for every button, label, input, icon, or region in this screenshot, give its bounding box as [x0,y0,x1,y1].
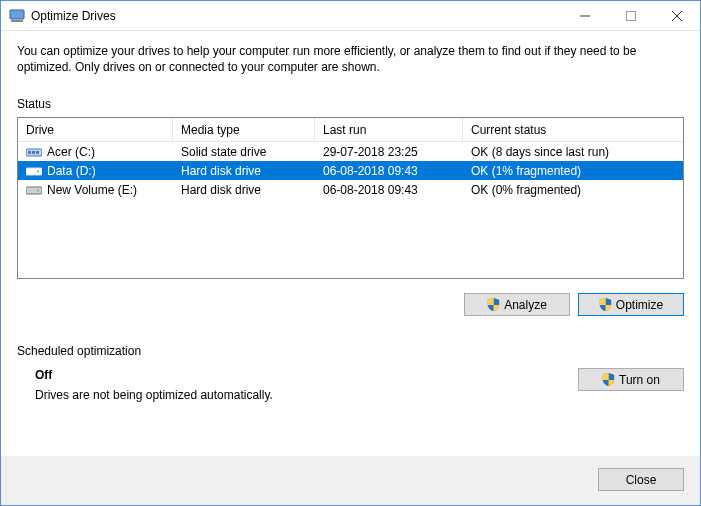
status-label: Status [17,97,684,111]
table-row[interactable]: New Volume (E:)Hard disk drive06-08-2018… [18,180,683,199]
svg-rect-8 [32,151,35,154]
drive-name: Acer (C:) [47,145,95,159]
svg-rect-3 [627,11,636,20]
last-run: 06-08-2018 09:43 [315,161,463,180]
close-label: Close [626,473,657,487]
minimize-button[interactable] [562,1,608,30]
app-icon [9,8,25,24]
close-button[interactable]: Close [598,468,684,491]
drive-name: New Volume (E:) [47,183,137,197]
media-type: Solid state drive [173,142,315,161]
svg-rect-1 [11,20,23,22]
turn-on-button[interactable]: Turn on [578,368,684,391]
optimize-label: Optimize [616,298,663,312]
maximize-button[interactable] [608,1,654,30]
last-run: 06-08-2018 09:43 [315,180,463,199]
close-window-button[interactable] [654,1,700,30]
table-row[interactable]: Acer (C:)Solid state drive29-07-2018 23:… [18,142,683,161]
svg-rect-7 [28,151,31,154]
current-status: OK (8 days since last run) [463,142,683,161]
drive-icon [26,146,42,158]
turn-on-label: Turn on [619,373,660,387]
col-status[interactable]: Current status [463,118,683,142]
svg-rect-12 [26,187,42,194]
svg-point-13 [37,189,39,191]
media-type: Hard disk drive [173,180,315,199]
drive-name: Data (D:) [47,164,96,178]
col-drive[interactable]: Drive [18,118,173,142]
media-type: Hard disk drive [173,161,315,180]
shield-icon [599,298,612,311]
table-row[interactable]: Data (D:)Hard disk drive06-08-2018 09:43… [18,161,683,180]
analyze-label: Analyze [504,298,547,312]
sched-label: Scheduled optimization [17,344,684,358]
window-controls [562,1,700,30]
titlebar: Optimize Drives [1,1,700,31]
col-last[interactable]: Last run [315,118,463,142]
svg-point-11 [37,170,39,172]
current-status: OK (0% fragmented) [463,180,683,199]
sched-desc: Drives are not being optimized automatic… [35,388,578,402]
drives-table[interactable]: Drive Media type Last run Current status… [17,117,684,279]
current-status: OK (1% fragmented) [463,161,683,180]
window-title: Optimize Drives [31,9,116,23]
svg-rect-9 [36,151,39,154]
analyze-button[interactable]: Analyze [464,293,570,316]
optimize-button[interactable]: Optimize [578,293,684,316]
svg-rect-0 [10,10,24,19]
col-media[interactable]: Media type [173,118,315,142]
optimize-drives-window: Optimize Drives You can optimize your dr… [0,0,701,506]
shield-icon [487,298,500,311]
table-header: Drive Media type Last run Current status [18,118,683,142]
drive-icon [26,165,42,177]
shield-icon [602,373,615,386]
drive-icon [26,184,42,196]
last-run: 29-07-2018 23:25 [315,142,463,161]
sched-state: Off [35,368,578,382]
svg-rect-10 [26,168,42,175]
intro-text: You can optimize your drives to help you… [17,43,684,75]
